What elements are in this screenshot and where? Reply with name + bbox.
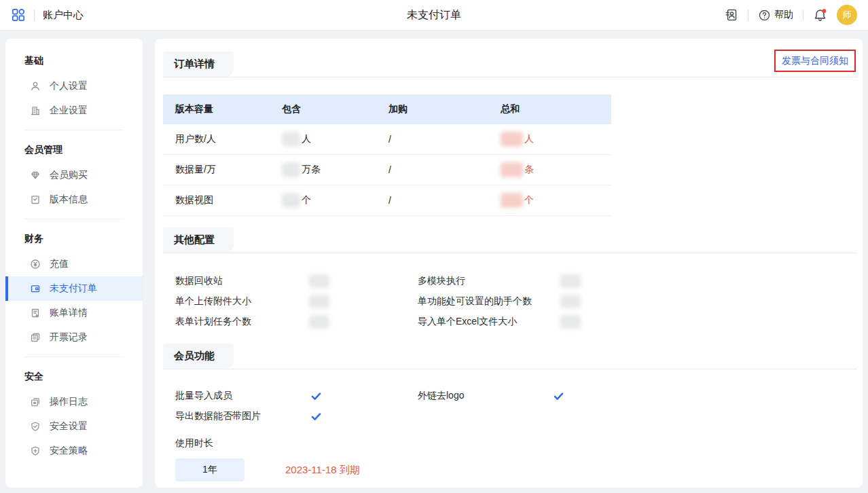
sidebar-item-enterprise-settings[interactable]: 企业设置	[5, 98, 143, 123]
sidebar-item-label: 安全策略	[50, 445, 88, 457]
redacted-value	[501, 162, 523, 177]
column-header: 版本容量	[163, 103, 270, 115]
check-icon	[310, 390, 322, 402]
sidebar-section-security: 安全	[24, 371, 124, 383]
topbar: 账户中心 未支付订单 帮助	[0, 0, 868, 31]
column-header: 加购	[376, 103, 488, 115]
table-row: 用户数/人 人 / 人	[163, 124, 611, 155]
row-name: 数据量/万	[163, 164, 270, 176]
redacted-value	[560, 274, 581, 288]
redacted-value	[501, 132, 523, 147]
sidebar-section-basic: 基础	[24, 55, 124, 67]
table-row: 数据视图 个 / 个	[163, 185, 611, 216]
feature-label: 批量导入成员	[175, 390, 310, 402]
wallet-icon	[30, 283, 41, 294]
notification-bell-icon[interactable]	[813, 8, 827, 22]
sidebar: 基础 个人设置 企业设置 会员管理 会员购买 版本信息 财务 充值	[5, 39, 143, 488]
duration-label: 使用时长	[175, 437, 863, 450]
building-icon	[30, 105, 41, 116]
topbar-divider	[34, 10, 35, 20]
total-unit: 人	[524, 133, 534, 145]
invoice-record-icon	[30, 332, 41, 343]
other-config-header: 其他配置	[163, 227, 857, 253]
shield-check-icon	[30, 421, 41, 432]
sidebar-item-unpaid-orders[interactable]: 未支付订单	[5, 276, 143, 301]
sidebar-item-label: 版本信息	[50, 194, 88, 206]
config-label: 多模块执行	[418, 275, 560, 287]
row-name: 用户数/人	[163, 133, 270, 145]
sidebar-item-version-info[interactable]: 版本信息	[5, 187, 143, 212]
sidebar-item-operation-log[interactable]: 操作日志	[5, 390, 143, 414]
sidebar-section-finance: 财务	[24, 233, 124, 245]
redacted-value	[309, 274, 329, 288]
redacted-value	[560, 295, 581, 308]
sidebar-item-label: 安全设置	[50, 420, 88, 433]
app-title: 账户中心	[43, 9, 84, 22]
order-details-tab: 订单详情	[163, 52, 234, 77]
sidebar-item-label: 未支付订单	[50, 282, 97, 295]
config-row: 数据回收站 多模块执行	[163, 271, 863, 291]
expiry-date: 2023-11-18 到期	[285, 464, 360, 477]
bill-detail-icon	[30, 308, 41, 318]
capacity-table-header-row: 版本容量 包含 加购 总和	[163, 94, 611, 124]
help-icon	[758, 9, 771, 22]
topbar-divider	[748, 10, 748, 20]
sidebar-item-security-policy[interactable]: 安全策略	[5, 439, 143, 463]
included-unit: 人	[302, 133, 311, 145]
feature-label: 导出数据能否带图片	[175, 410, 310, 422]
check-icon	[310, 411, 322, 422]
apps-grid-icon[interactable]	[11, 7, 26, 22]
included-unit: 万条	[302, 164, 321, 176]
duration-option-button[interactable]: 1年	[175, 458, 245, 481]
version-info-icon	[30, 194, 41, 205]
addon-value: /	[376, 195, 488, 206]
redacted-value	[282, 162, 300, 177]
member-features-grid: 批量导入成员 外链去logo 导出数据能否带图片	[163, 386, 863, 426]
page-title: 未支付订单	[407, 0, 461, 31]
total-unit: 个	[524, 194, 534, 206]
notification-dot	[822, 9, 826, 13]
main-panel: 订单详情 发票与合同须知 版本容量 包含 加购 总和 用户数/人 人 / 人 数…	[155, 39, 863, 488]
sidebar-divider	[24, 357, 124, 357]
config-row: 单个上传附件大小 单功能处可设置的助手个数	[163, 291, 863, 312]
sidebar-item-label: 充值	[50, 258, 69, 270]
capacity-table: 版本容量 包含 加购 总和 用户数/人 人 / 人 数据量/万 万条 / 条 数…	[163, 94, 611, 216]
config-row: 表单计划任务个数 导入单个Excel文件大小	[163, 312, 863, 332]
sidebar-section-membership: 会员管理	[24, 144, 124, 156]
member-features-header: 会员功能	[163, 344, 857, 369]
config-label: 导入单个Excel文件大小	[418, 316, 560, 328]
redacted-value	[282, 132, 300, 147]
addon-value: /	[376, 164, 488, 175]
feature-row: 批量导入成员 外链去logo	[163, 386, 863, 406]
other-config-tab: 其他配置	[163, 227, 234, 253]
sidebar-item-personal-settings[interactable]: 个人设置	[5, 74, 143, 98]
sidebar-item-member-purchase[interactable]: 会员购买	[5, 163, 143, 187]
user-icon	[30, 81, 41, 92]
column-header: 总和	[488, 103, 611, 115]
table-row: 数据量/万 万条 / 条	[163, 155, 611, 185]
sidebar-item-label: 会员购买	[50, 169, 88, 181]
avatar[interactable]: 师	[837, 5, 857, 25]
member-features-tab: 会员功能	[163, 344, 234, 369]
redacted-value	[309, 315, 329, 329]
sidebar-item-bill-details[interactable]: 账单详情	[5, 301, 143, 325]
help-button[interactable]: 帮助	[758, 9, 793, 22]
invoice-contract-notice-link[interactable]: 发票与合同须知	[782, 55, 848, 66]
total-unit: 条	[524, 164, 534, 176]
contact-book-icon[interactable]	[725, 8, 738, 22]
feature-row: 导出数据能否带图片	[163, 406, 863, 426]
addon-value: /	[376, 134, 488, 145]
sidebar-item-label: 开票记录	[50, 331, 88, 344]
sidebar-item-security-settings[interactable]: 安全设置	[5, 414, 143, 439]
sidebar-item-invoice-records[interactable]: 开票记录	[5, 325, 143, 350]
sidebar-divider	[24, 130, 124, 130]
operation-log-icon	[30, 397, 41, 407]
redacted-value	[282, 193, 300, 208]
topbar-divider	[803, 10, 803, 20]
gem-icon	[30, 170, 41, 181]
sidebar-item-recharge[interactable]: 充值	[5, 252, 143, 276]
redacted-value	[309, 295, 329, 308]
recharge-coin-icon	[30, 259, 41, 270]
included-unit: 个	[302, 194, 311, 206]
shield-plus-icon	[30, 445, 41, 456]
